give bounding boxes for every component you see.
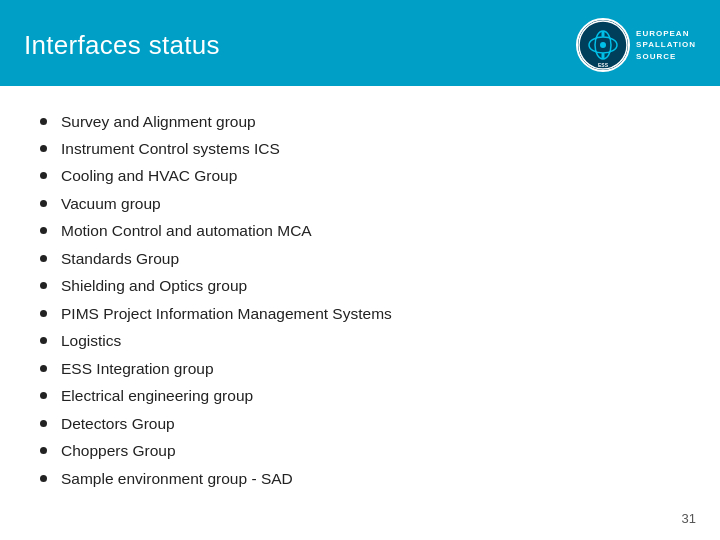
- list-item: ESS Integration group: [40, 355, 680, 382]
- bullet-dot: [40, 475, 47, 482]
- svg-rect-4: [602, 31, 605, 37]
- list-item-text: Electrical engineering group: [61, 385, 253, 407]
- list-item-text: PIMS Project Information Management Syst…: [61, 303, 392, 325]
- list-item-text: Survey and Alignment group: [61, 111, 256, 133]
- bullet-dot: [40, 118, 47, 125]
- logo-text: EUROPEAN SPALLATION SOURCE: [636, 28, 696, 62]
- bullet-dot: [40, 420, 47, 427]
- list-item: PIMS Project Information Management Syst…: [40, 300, 680, 327]
- list-item-text: Detectors Group: [61, 413, 175, 435]
- list-item: Shielding and Optics group: [40, 273, 680, 300]
- bullet-dot: [40, 172, 47, 179]
- page-number: 31: [682, 511, 696, 526]
- list-item: Cooling and HVAC Group: [40, 163, 680, 190]
- list-item-text: Logistics: [61, 330, 121, 352]
- logo-area: ESS EUROPEAN SPALLATION SOURCE: [576, 18, 696, 72]
- list-item: Motion Control and automation MCA: [40, 218, 680, 245]
- list-item: Detectors Group: [40, 410, 680, 437]
- bullet-dot: [40, 337, 47, 344]
- list-item: Sample environment group - SAD: [40, 465, 680, 492]
- list-item: Standards Group: [40, 245, 680, 272]
- list-item-text: Instrument Control systems ICS: [61, 138, 280, 160]
- bullet-dot: [40, 447, 47, 454]
- list-item: Survey and Alignment group: [40, 108, 680, 135]
- bullet-dot: [40, 392, 47, 399]
- list-item-text: Motion Control and automation MCA: [61, 220, 312, 242]
- svg-point-3: [600, 42, 606, 48]
- list-item-text: ESS Integration group: [61, 358, 214, 380]
- bullet-dot: [40, 255, 47, 262]
- slide-title: Interfaces status: [24, 30, 220, 61]
- bullet-dot: [40, 145, 47, 152]
- bullet-dot: [40, 227, 47, 234]
- list-item-text: Choppers Group: [61, 440, 176, 462]
- list-item: Instrument Control systems ICS: [40, 135, 680, 162]
- ess-logo: ESS: [576, 18, 630, 72]
- list-item-text: Vacuum group: [61, 193, 161, 215]
- list-item: Choppers Group: [40, 438, 680, 465]
- list-item: Logistics: [40, 328, 680, 355]
- svg-rect-5: [602, 53, 605, 59]
- bullet-list: Survey and Alignment groupInstrument Con…: [40, 108, 680, 493]
- list-item-text: Shielding and Optics group: [61, 275, 247, 297]
- bullet-dot: [40, 365, 47, 372]
- svg-text:ESS: ESS: [598, 62, 609, 68]
- list-item-text: Standards Group: [61, 248, 179, 270]
- list-item-text: Sample environment group - SAD: [61, 468, 293, 490]
- list-item-text: Cooling and HVAC Group: [61, 165, 237, 187]
- list-item: Vacuum group: [40, 190, 680, 217]
- bullet-dot: [40, 282, 47, 289]
- content-area: Survey and Alignment groupInstrument Con…: [0, 86, 720, 509]
- bullet-dot: [40, 310, 47, 317]
- list-item: Electrical engineering group: [40, 383, 680, 410]
- slide: Interfaces status ESS EUROPEAN: [0, 0, 720, 540]
- bullet-dot: [40, 200, 47, 207]
- slide-header: Interfaces status ESS EUROPEAN: [0, 0, 720, 86]
